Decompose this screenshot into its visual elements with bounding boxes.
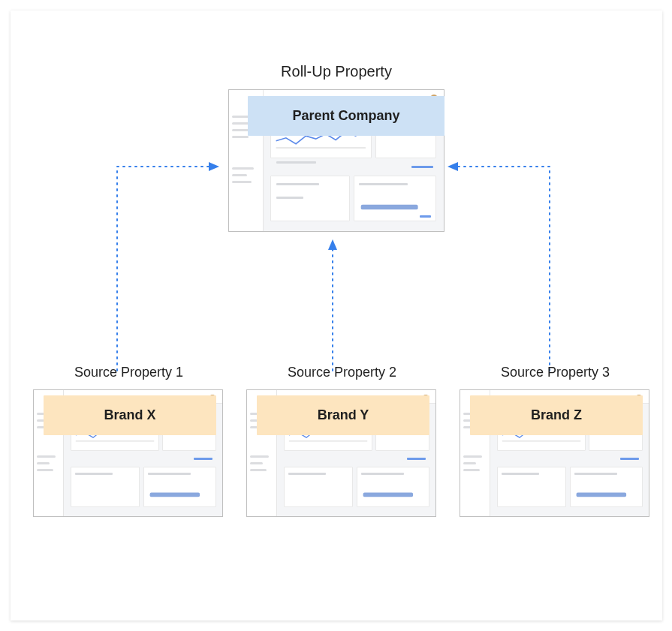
parent-overlay-label: Parent Company bbox=[248, 96, 444, 136]
connector-right bbox=[457, 167, 550, 371]
connector-left bbox=[117, 167, 209, 371]
parent-title: Roll-Up Property bbox=[11, 63, 662, 80]
svg-rect-1 bbox=[361, 205, 418, 210]
svg-rect-5 bbox=[363, 493, 412, 497]
svg-rect-7 bbox=[576, 493, 625, 497]
source-2-overlay-label: Brand Y bbox=[257, 395, 429, 435]
arrowhead-left bbox=[209, 162, 219, 171]
source-2-title: Source Property 2 bbox=[246, 365, 438, 380]
source-3-overlay-label: Brand Z bbox=[470, 395, 643, 435]
source-3-title: Source Property 3 bbox=[460, 365, 651, 380]
svg-rect-3 bbox=[149, 493, 199, 497]
arrowhead-middle bbox=[328, 239, 337, 250]
source-1-title: Source Property 1 bbox=[33, 365, 225, 380]
source-1-overlay-label: Brand X bbox=[44, 395, 216, 435]
diagram-canvas: Roll-Up Property bbox=[11, 11, 662, 620]
arrowhead-right bbox=[447, 162, 458, 171]
